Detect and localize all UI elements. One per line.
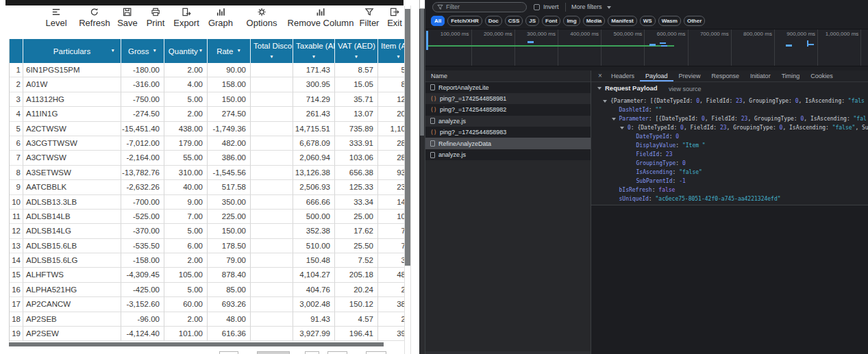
toolbar-button-save[interactable]: Save (117, 6, 138, 28)
filter-chip-fetch-xhr[interactable]: Fetch/XHR (447, 16, 482, 26)
table-row[interactable]: 8A3SETWSW-13,782.76310.00-1,545.5613,126… (10, 166, 404, 180)
expand-arrow-icon[interactable] (603, 100, 607, 103)
table-row[interactable]: 13ADLSB15.6LB-535.506.00178.50510.0025.5… (10, 239, 404, 253)
filter-chip-media[interactable]: Media (583, 16, 606, 26)
payload-tree-line[interactable]: SubParentId: -1 (591, 177, 868, 186)
column-header-index[interactable] (10, 39, 24, 63)
filter-chip-manifest[interactable]: Manifest (608, 16, 636, 26)
filter-chip-img[interactable]: Img (563, 16, 580, 26)
tab-payload[interactable]: Payload (640, 71, 673, 81)
tab-initiator[interactable]: Initiator (745, 71, 776, 81)
expand-arrow-icon[interactable] (612, 118, 616, 121)
toolbar-button-exit[interactable]: Exit (387, 6, 402, 28)
payload-tree-line[interactable]: FieldId: 23 (591, 150, 868, 159)
tab-preview[interactable]: Preview (673, 71, 706, 81)
toolbar-button-graph[interactable]: Graph (208, 6, 233, 28)
table-horizontal-scrollbar[interactable] (9, 342, 384, 347)
table-row[interactable]: 5A2CTWSW-15,451.40438.00-1,749.3614,715.… (10, 122, 404, 136)
filter-chip-all[interactable]: All (431, 16, 445, 26)
tab-headers[interactable]: Headers (606, 71, 640, 81)
table-row[interactable]: 11ADLSB14LB-525.007.00225.00500.0025.001… (10, 210, 404, 224)
pager-button[interactable] (219, 351, 238, 354)
filter-chip-font[interactable]: Font (542, 16, 560, 26)
payload-tree-line[interactable]: DashletId: "" (591, 105, 868, 114)
sort-arrow-icon[interactable]: ▼ (153, 49, 157, 53)
filter-chip-ws[interactable]: WS (640, 16, 656, 26)
collapse-arrow-icon[interactable] (597, 87, 602, 90)
request-row-refineanalyzedata[interactable]: RefineAnalyzeData (425, 138, 591, 149)
toolbar-button-remove-column[interactable]: Remove Column (288, 6, 354, 28)
scrollbar-thumb[interactable] (405, 9, 410, 266)
toolbar-button-options[interactable]: Options (247, 6, 277, 28)
table-row[interactable]: 3A11312HG-750.005.00150.00714.2935.7112 (10, 92, 404, 107)
table-row[interactable]: 6A3CGTTWSW-7,012.00179.00482.006,678.093… (10, 136, 404, 151)
payload-tree-line[interactable]: DisplayValue: "Item " (591, 141, 868, 150)
pager-button[interactable] (366, 351, 386, 354)
filter-chip-other[interactable]: Other (684, 16, 705, 26)
column-header-item-aed-[interactable]: Item (AED)▼ (378, 39, 404, 63)
pager-button[interactable] (327, 351, 347, 354)
column-header-vat-aed-[interactable]: VAT (AED)▼ (335, 39, 378, 63)
payload-tree-line[interactable]: DateTypeId: 0 (591, 132, 868, 141)
payload-tree-line[interactable]: bIsRefresh: false (591, 186, 868, 194)
toolbar-button-refresh[interactable]: Refresh (79, 6, 110, 28)
table-row[interactable]: 7A3CTWSW-2,164.0055.00386.002,060.94103.… (10, 151, 404, 165)
request-row-analyze-js[interactable]: analyze.js (425, 116, 591, 127)
column-header-particulars[interactable]: Particulars▼ (23, 39, 121, 63)
table-row[interactable]: 17AP2CANCW-3,152.6060.00693.263,002.4815… (10, 297, 404, 312)
network-overview-timeline[interactable]: 100,000 ms200,000 ms300,000 ms400,000 ms… (425, 29, 868, 66)
request-list-scrollbar[interactable] (425, 351, 591, 354)
invert-checkbox[interactable] (534, 4, 540, 10)
table-row[interactable]: 19AP2SEW-4,124.40101.00616.363,927.99196… (10, 327, 404, 341)
column-header-quantity[interactable]: Quantity▼ (164, 39, 208, 63)
close-icon[interactable]: × (595, 72, 606, 79)
tab-timing[interactable]: Timing (776, 71, 806, 81)
sort-arrow-icon[interactable]: ▼ (312, 54, 316, 59)
column-header-taxable-aed-[interactable]: Taxable (AED)▼ (293, 39, 335, 63)
filter-chip-wasm[interactable]: Wasm (658, 16, 681, 26)
sort-arrow-icon[interactable]: ▼ (269, 54, 273, 59)
toolbar-button-export[interactable]: Export (173, 6, 199, 28)
table-row[interactable]: 16ALPHA521HG-425.005.0085.00404.7620.242 (10, 283, 404, 297)
toolbar-button-level[interactable]: Level (45, 6, 66, 28)
request-row-ping-1742544858982[interactable]: ()ping?_=1742544858982 (425, 104, 591, 115)
pager-button[interactable] (305, 351, 319, 354)
table-row[interactable]: 14ADLSB15.6LG-158.002.0079.00150.487.523 (10, 253, 404, 268)
column-header-total-discount[interactable]: Total Discount▼ (251, 39, 293, 63)
table-row[interactable]: 16IN1PGS15PM-180.002.0090.00171.438.575 (10, 63, 404, 77)
tab-cookies[interactable]: Cookies (805, 71, 839, 81)
table-row[interactable]: 10ADLSB13.3LB-700.009.00350.00666.6633.3… (10, 195, 404, 210)
pager-button[interactable] (257, 351, 290, 354)
table-row[interactable]: 12ADLSB14LG-370.005.00150.00352.3817.627 (10, 224, 404, 238)
request-row-reportanalyzelite[interactable]: ReportAnalyzeLite (425, 82, 591, 93)
more-filters-button[interactable]: More filters (571, 3, 602, 10)
request-row-ping-1742544858981[interactable]: ()ping?_=1742544858981 (425, 93, 591, 104)
toolbar-button-print[interactable]: Print (147, 6, 165, 28)
sort-arrow-icon[interactable]: ▼ (236, 49, 240, 53)
table-row[interactable]: 4A11IN1G-274.502.00274.50261.4313.0720 (10, 107, 404, 121)
table-row[interactable]: 9AATCBBLK-2,632.2640.00517.582,506.93125… (10, 180, 404, 194)
payload-tree-line[interactable]: sUniqueId: "ac6ece75-8051-42f0-a745-aa42… (591, 194, 868, 203)
expand-arrow-icon[interactable] (620, 127, 624, 129)
payload-tree-line[interactable]: IsAscending: "false" (591, 168, 868, 177)
column-header-gross[interactable]: Gross▼ (121, 39, 164, 63)
table-row[interactable]: 15ALHFTWS-4,309.45105.00878.404,104.2720… (10, 268, 404, 282)
view-source-toggle[interactable]: view source (669, 86, 702, 92)
payload-tree-line[interactable]: 0: {DateTypeId: 0, FieldId: 23, Grouping… (591, 123, 868, 132)
sort-arrow-icon[interactable]: ▼ (199, 49, 203, 53)
request-row-analyze-js[interactable]: analyze.js (425, 149, 591, 160)
sort-arrow-icon[interactable]: ▼ (396, 54, 400, 59)
page-scrollbar-thumb[interactable] (420, 9, 425, 136)
sort-arrow-icon[interactable]: ▼ (111, 49, 115, 53)
network-filter-input[interactable]: Filter (432, 2, 527, 12)
table-row[interactable]: 2A01W-316.004.00158.00300.9515.058 (10, 77, 404, 92)
payload-tree-line[interactable]: Parameter: [{DateTypeId: 0, FieldId: 23,… (591, 114, 868, 123)
filter-chip-js[interactable]: JS (525, 16, 539, 26)
name-column-header[interactable]: Name (425, 71, 591, 82)
column-header-rate[interactable]: Rate▼ (208, 39, 251, 63)
sort-arrow-icon[interactable]: ▼ (354, 54, 358, 59)
table-vertical-scrollbar[interactable] (404, 5, 411, 354)
timeline-range-handle[interactable] (426, 31, 428, 50)
payload-tree-line[interactable]: {Parameter: [{DateTypeId: 0, FieldId: 23… (591, 97, 868, 105)
payload-tree-line[interactable]: GroupingType: 0 (591, 159, 868, 168)
